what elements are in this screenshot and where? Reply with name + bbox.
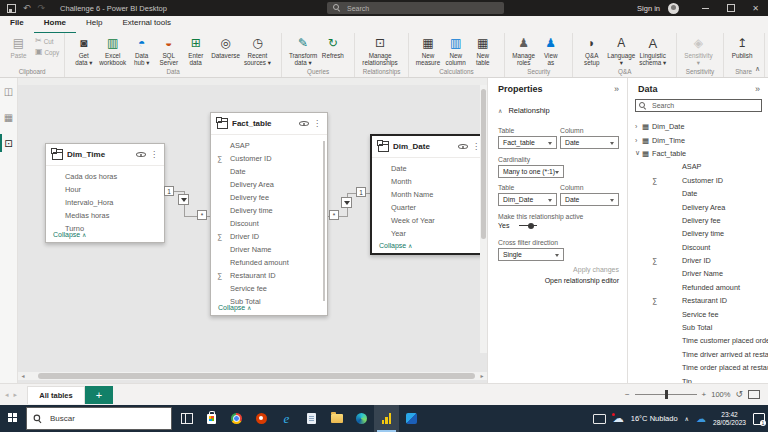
column2-dropdown[interactable]: Date (560, 193, 619, 206)
table-card-header[interactable]: Fact_table ⋮ (211, 113, 327, 135)
transform-data-button[interactable]: ✎ Transform data ▾ (287, 35, 319, 67)
collapse-link[interactable]: Collapse (53, 231, 86, 238)
tree-item[interactable]: ▦ ∑ Restaurant ID (628, 294, 768, 307)
field-row[interactable]: ∑ Month (372, 175, 486, 188)
field-row[interactable]: ∑ Week of Year (372, 214, 486, 227)
collapse-panel-icon[interactable]: » (614, 84, 619, 94)
menu-help[interactable]: Help (76, 15, 112, 32)
touch-keyboard-icon[interactable] (593, 414, 606, 424)
zoom-level[interactable]: 100% (711, 390, 730, 399)
tree-item[interactable]: ▦ ∑ Delivery Area (628, 200, 768, 213)
recent-sources-button[interactable]: ◷ Recent sources ▾ (242, 35, 273, 67)
tree-item[interactable]: ▦ ∑ Driver Name (628, 267, 768, 280)
eye-icon[interactable] (299, 119, 309, 128)
scroll-right-icon[interactable]: ▸ (477, 372, 487, 380)
field-row[interactable]: ∑ Month Name (372, 188, 486, 201)
field-row[interactable]: ∑ Discount (211, 217, 327, 230)
more-options-icon[interactable]: ⋮ (150, 151, 158, 159)
expander-icon[interactable]: ∨ (635, 149, 642, 157)
cut-button[interactable]: ✂ Cut (35, 37, 59, 45)
table-card-header[interactable]: Dim_Date ⋮ (372, 136, 486, 158)
data-view-icon[interactable]: ▦ (0, 104, 17, 130)
tree-item[interactable]: ▦ ∑ Time order placed at restaurant (628, 361, 768, 374)
reset-zoom-icon[interactable]: ↺ (735, 389, 743, 399)
table1-dropdown[interactable]: Fact_table (498, 136, 557, 149)
manage-roles-button[interactable]: ♟ Manage roles (510, 35, 537, 67)
linguistic-schema-button[interactable]: A Linguistic schema ▾ (637, 35, 668, 67)
column1-dropdown[interactable]: Date (560, 136, 619, 149)
field-row[interactable]: ∑ Cada dos horas (46, 170, 164, 183)
cardinality-dropdown[interactable]: Many to one (*:1) (498, 165, 564, 178)
qa-setup-button[interactable]: ◗ Q&A setup (578, 35, 605, 67)
scrollbar-thumb[interactable] (38, 373, 475, 379)
tree-item[interactable]: ▦ ∑ Driver ID (628, 254, 768, 267)
field-row[interactable]: ∑ Date (372, 162, 486, 175)
close-button[interactable] (743, 0, 768, 16)
field-row[interactable]: ∑ Delivery Area (211, 178, 327, 191)
tree-item[interactable]: ▦ ∑ ASAP (628, 160, 768, 173)
taskbar-clock[interactable]: 23:42 28/05/2023 (713, 411, 746, 427)
more-options-icon[interactable]: ⋮ (313, 120, 321, 128)
chrome-button[interactable] (224, 405, 249, 432)
field-row[interactable]: ∑ Refunded amount (211, 256, 327, 269)
excel-workbook-button[interactable]: ▥ Excel workbook (97, 35, 128, 67)
zoom-slider-thumb[interactable] (665, 390, 668, 399)
taskbar-search-input[interactable] (48, 413, 162, 424)
tree-item[interactable]: › ▦ ∑ Dim_Time (628, 133, 768, 146)
tree-item[interactable]: ▦ ∑ Discount (628, 241, 768, 254)
table-card-header[interactable]: Dim_Time ⋮ (46, 144, 164, 166)
view-as-button[interactable]: ♟ View as (537, 35, 564, 67)
new-measure-button[interactable]: ▦ New measure (414, 35, 443, 67)
apply-changes-button[interactable]: Apply changes (573, 266, 619, 273)
table-card-dim-date[interactable]: Dim_Date ⋮ ∑ Date ∑ (370, 134, 488, 255)
menu-external-tools[interactable]: External tools (112, 15, 180, 32)
dataverse-button[interactable]: ◎ Dataverse (209, 35, 242, 67)
copy-button[interactable]: ▣ Copy (35, 48, 59, 56)
cross-filter-dropdown[interactable]: Single (498, 248, 564, 261)
blue-app-button[interactable] (399, 405, 424, 432)
task-view-button[interactable] (174, 405, 199, 432)
collapse-panel-icon[interactable]: » (755, 84, 760, 94)
new-table-button[interactable]: ▦ New table (469, 35, 496, 67)
publish-button[interactable]: ↥ Publish (729, 35, 756, 60)
powerbi-taskbar-button[interactable] (374, 405, 399, 432)
canvas-vertical-scrollbar[interactable] (480, 85, 487, 353)
hidden-icons-chevron[interactable]: ∧ (685, 415, 689, 422)
action-center-icon[interactable]: 1 (753, 413, 765, 425)
field-row[interactable]: ∑ ASAP (211, 139, 327, 152)
maximize-button[interactable] (718, 0, 743, 16)
field-row[interactable]: ∑ Delivery fee (211, 191, 327, 204)
fit-to-screen-icon[interactable] (748, 390, 760, 399)
tab-all-tables[interactable]: All tables (27, 386, 85, 404)
sign-in-button[interactable]: Sign in (637, 4, 660, 13)
model-view-icon[interactable]: ⊡ (0, 130, 17, 156)
collapse-link[interactable]: Collapse (379, 242, 412, 249)
field-row[interactable]: ∑ Service fee (211, 282, 327, 295)
model-canvas[interactable]: 1 * * 1 Dim_Time ⋮ (18, 78, 487, 383)
field-row[interactable]: ∑ Driver Name (211, 243, 327, 256)
tree-item[interactable]: ▦ ∑ Time driver arrived at restaurant (628, 348, 768, 361)
more-options-icon[interactable]: ⋮ (472, 143, 480, 151)
open-relationship-editor-link[interactable]: Open relationship editor (545, 277, 619, 284)
account-avatar[interactable] (668, 3, 679, 14)
field-row[interactable]: ∑ Customer ID (211, 152, 327, 165)
get-data-button[interactable]: ◙ Get data ▾ (70, 35, 97, 67)
zoom-out-icon[interactable]: − (625, 390, 630, 399)
data-search-box[interactable] (635, 99, 762, 112)
field-row[interactable]: ∑ Quarter (372, 201, 486, 214)
relationship-section-header[interactable]: ∧Relationship (498, 106, 550, 115)
menu-file[interactable]: File (0, 15, 34, 32)
tree-item[interactable]: ▦ ∑ Time customer placed order (628, 334, 768, 347)
table-card-fact-table[interactable]: Fact_table ⋮ ∑ ASAP ∑ (210, 112, 328, 316)
undo-icon[interactable]: ↶ (23, 4, 31, 13)
weather-status[interactable]: 16°C Nublado (631, 414, 678, 423)
sql-server-button[interactable]: ◒ SQL Server (155, 35, 182, 67)
eye-icon[interactable] (458, 142, 468, 151)
eye-icon[interactable] (136, 150, 146, 159)
data-search-input[interactable] (650, 101, 754, 110)
titlebar-search-input[interactable] (345, 4, 469, 13)
tree-item[interactable]: ▦ ∑ Sub Total (628, 321, 768, 334)
active-relationship-toggle[interactable] (519, 222, 537, 229)
enter-data-button[interactable]: ⊞ Enter data (182, 35, 209, 67)
scroll-left-icon[interactable]: ◂ (18, 372, 28, 380)
